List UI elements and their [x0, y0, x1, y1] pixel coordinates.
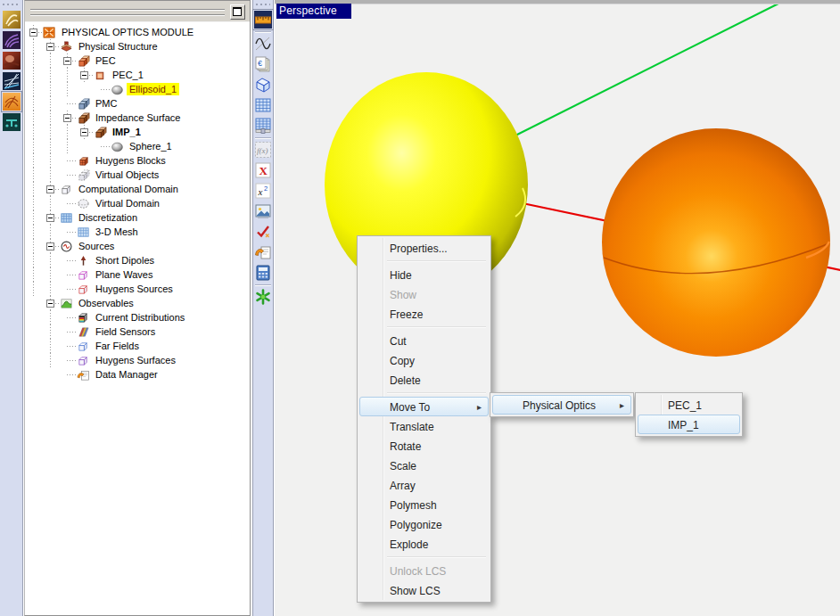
- menu-item-properties-[interactable]: Properties...: [359, 238, 489, 258]
- menu-item-scale[interactable]: Scale: [359, 456, 489, 475]
- tree-item-short-dipoles[interactable]: Short Dipoles: [25, 253, 250, 267]
- sheets-icon[interactable]: €: [254, 55, 272, 73]
- sphere-object[interactable]: [602, 128, 830, 357]
- menu-item-freeze[interactable]: Freeze: [359, 304, 489, 324]
- menu-item-copy[interactable]: Copy: [359, 350, 489, 370]
- tree-item-label: Current Distributions: [93, 311, 187, 324]
- tree-guide: [25, 282, 42, 296]
- mesh-slider-icon[interactable]: [254, 117, 272, 135]
- restore-pane-button[interactable]: [230, 4, 245, 20]
- domain-cube-icon[interactable]: [254, 76, 272, 94]
- tree-item-pec[interactable]: PEC: [25, 53, 250, 68]
- tree-item-label: Huygens Blocks: [93, 154, 169, 167]
- tree-item-physical-optics-module[interactable]: PHYSICAL OPTICS MODULE: [25, 25, 250, 39]
- tree-guide: [25, 296, 42, 310]
- tree-item-sources[interactable]: Sources: [25, 239, 250, 253]
- menu-item-cut[interactable]: Cut: [359, 331, 489, 350]
- teal-array-icon[interactable]: [3, 113, 21, 131]
- tree-item-label: Sphere_1: [127, 140, 175, 152]
- tree-item-pec-1[interactable]: PEC_1: [25, 68, 250, 82]
- ruler-icon[interactable]: [254, 11, 272, 29]
- purple-swirl-icon[interactable]: [3, 31, 21, 49]
- toolbar-grip[interactable]: [3, 2, 20, 7]
- tree-item-computational-domain[interactable]: Computational Domain: [25, 182, 250, 196]
- orange-doc-icon[interactable]: [254, 243, 272, 261]
- menu-item-polymesh[interactable]: Polymesh: [359, 495, 489, 514]
- tree-expander-minus[interactable]: [80, 71, 88, 79]
- tree-connector: [59, 324, 76, 339]
- tree-item-huygens-surfaces[interactable]: Huygens Surfaces: [25, 353, 250, 367]
- tree-item-discretization[interactable]: Discretization: [25, 210, 250, 225]
- tree-expander-minus[interactable]: [46, 214, 54, 222]
- blue-rays-icon[interactable]: [3, 72, 21, 90]
- menu-item-hide[interactable]: Hide: [359, 265, 489, 284]
- tree-item-imp-1[interactable]: IMP_1: [25, 125, 250, 139]
- menu-item-unlock-lcs[interactable]: Unlock LCS: [359, 561, 489, 580]
- orange-po-module-icon[interactable]: [3, 93, 21, 111]
- check-icon[interactable]: [254, 223, 272, 241]
- tree-item-3-d-mesh[interactable]: 3-D Mesh: [25, 225, 250, 239]
- menu-item-show-lcs[interactable]: Show LCS: [359, 580, 489, 600]
- x-red-icon[interactable]: X: [254, 161, 272, 179]
- menu-item-pec-1[interactable]: PEC_1: [638, 395, 740, 415]
- green-star-icon[interactable]: [254, 288, 272, 306]
- menu-item-show[interactable]: Show: [359, 284, 489, 304]
- menu-item-array[interactable]: Array: [359, 475, 489, 495]
- tree-expander-minus[interactable]: [63, 57, 71, 65]
- x-squared-icon[interactable]: x2: [254, 182, 272, 200]
- target-submenu: PEC_1IMP_1: [635, 392, 743, 437]
- menu-item-label: Array: [390, 480, 416, 492]
- menu-item-imp-1[interactable]: IMP_1: [638, 415, 740, 434]
- tree-item-plane-waves[interactable]: Plane Waves: [25, 267, 250, 282]
- fx-icon[interactable]: f(x): [254, 141, 272, 159]
- tree-item-huygens-sources[interactable]: Huygens Sources: [25, 282, 250, 296]
- tree-item-pmc[interactable]: PMC: [25, 96, 250, 111]
- tree-item-far-fields[interactable]: Far Fields: [25, 339, 250, 353]
- tree-guide: [25, 324, 42, 339]
- tree-item-virtual-domain[interactable]: Virtual Domain: [25, 196, 250, 210]
- menu-item-explode[interactable]: Explode: [359, 534, 489, 554]
- pane-splitter[interactable]: [30, 9, 225, 15]
- menu-item-label: Properties...: [390, 242, 448, 255]
- sine-curve-icon[interactable]: [254, 35, 272, 53]
- tree-guide: [42, 196, 59, 210]
- tree-expander-minus[interactable]: [63, 114, 71, 122]
- tree-item-observables[interactable]: Observables: [25, 296, 250, 310]
- menu-separator: [387, 260, 486, 262]
- menu-item-delete[interactable]: Delete: [359, 370, 489, 390]
- tree-guide: [25, 339, 42, 353]
- menu-item-translate[interactable]: Translate: [359, 416, 489, 436]
- tree-expander-minus[interactable]: [80, 128, 88, 136]
- tree-item-current-distributions[interactable]: Current Distributions: [25, 310, 250, 324]
- tree-guide: [59, 125, 76, 139]
- tree-item-ellipsoid-1[interactable]: Ellipsoid_1: [25, 82, 250, 96]
- plane-waves-icon: [76, 267, 90, 282]
- mesh3d-icon: [76, 225, 90, 239]
- image-icon[interactable]: [254, 202, 272, 220]
- tree-item-sphere-1[interactable]: Sphere_1: [25, 139, 250, 153]
- toolbar-separator: [255, 284, 271, 286]
- calculator-icon[interactable]: [254, 264, 272, 282]
- tree-item-huygens-blocks[interactable]: Huygens Blocks: [25, 153, 250, 168]
- mesh-grid-icon[interactable]: [254, 96, 272, 114]
- menu-item-physical-optics[interactable]: Physical Optics▸: [492, 395, 631, 415]
- tree-item-data-manager[interactable]: Data Manager: [25, 367, 250, 382]
- gold-logo-icon[interactable]: [3, 11, 21, 29]
- viewport-top-strip: [275, 0, 840, 4]
- tree-expander-minus[interactable]: [46, 43, 54, 51]
- tree-expander-minus[interactable]: [46, 242, 54, 251]
- menu-item-move-to[interactable]: Move To▸: [359, 397, 489, 416]
- toolbar-grip[interactable]: [256, 2, 270, 7]
- tree-guide: [42, 339, 59, 353]
- tree-item-field-sensors[interactable]: Field Sensors: [25, 324, 250, 339]
- tree-item-impedance-surface[interactable]: Impedance Surface: [25, 111, 250, 125]
- tree-guide: [42, 253, 59, 267]
- menu-item-polygonize[interactable]: Polygonize: [359, 514, 489, 534]
- tree-item-virtual-objects[interactable]: Virtual Objects: [25, 168, 250, 182]
- tree-expander-minus[interactable]: [46, 300, 54, 308]
- menu-item-rotate[interactable]: Rotate: [359, 436, 489, 456]
- tree-expander-minus[interactable]: [46, 185, 54, 193]
- tree-expander-minus[interactable]: [29, 29, 37, 37]
- tree-item-physical-structure[interactable]: Physical Structure: [25, 39, 250, 53]
- red-terrain-icon[interactable]: [3, 52, 21, 70]
